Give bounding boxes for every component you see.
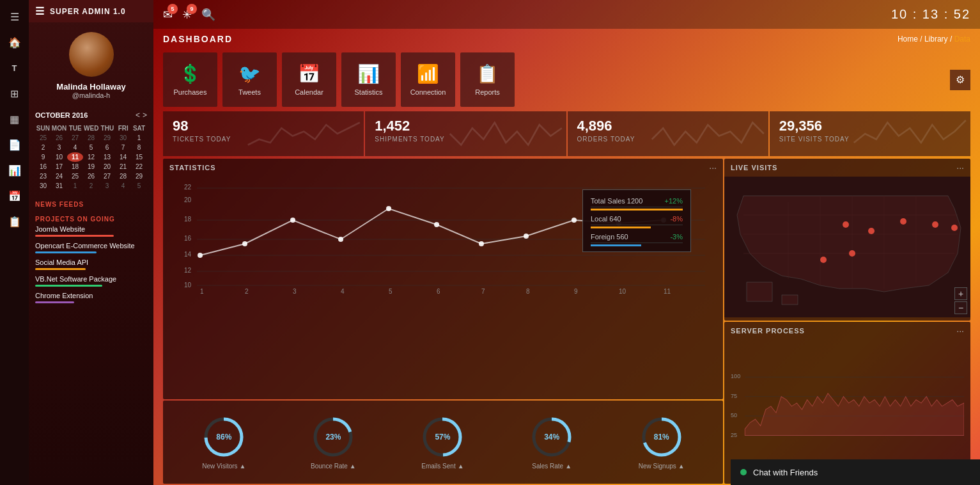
statistics-menu-icon[interactable]: ··· xyxy=(709,163,717,173)
project-name-vbnet[interactable]: VB.Net Software Package xyxy=(35,275,147,283)
settings-button[interactable]: ⚙ xyxy=(950,70,970,90)
nav-tile-calendar[interactable]: 📅 Calendar xyxy=(282,52,336,107)
cal-day[interactable]: 2 xyxy=(35,143,51,152)
cal-day[interactable]: 18 xyxy=(67,162,83,171)
cal-day[interactable]: 28 xyxy=(115,171,131,181)
live-visits-menu-icon[interactable]: ··· xyxy=(956,163,964,173)
cal-day[interactable]: 7 xyxy=(115,143,131,152)
cal-day[interactable]: 31 xyxy=(51,181,67,191)
cal-day[interactable]: 5 xyxy=(83,143,99,152)
cal-day[interactable]: 28 xyxy=(83,133,99,143)
svg-point-29 xyxy=(434,222,439,227)
project-name-chrome[interactable]: Chrome Extension xyxy=(35,292,147,299)
cal-day-today[interactable]: 11 xyxy=(67,152,83,162)
topbar-left: ✉ 5 ✳ 9 🔍 xyxy=(163,8,215,22)
server-chart-svg: 100 75 50 25 xyxy=(731,343,964,476)
cal-day[interactable]: 27 xyxy=(99,171,115,181)
map-zoom-out[interactable]: − xyxy=(954,301,967,314)
doc-icon[interactable]: 📄 xyxy=(3,133,26,156)
project-item: VB.Net Software Package xyxy=(35,275,147,287)
cal-day[interactable]: 23 xyxy=(35,171,51,181)
tooltip-bar-foreign xyxy=(591,244,641,246)
breadcrumb-library[interactable]: Library xyxy=(924,35,948,44)
cal-day[interactable]: 29 xyxy=(99,133,115,143)
project-bar-social xyxy=(35,268,86,270)
email-wrapper[interactable]: ✉ 5 xyxy=(163,8,173,22)
project-item: Opencart E-Commerce Website xyxy=(35,242,147,253)
project-name-opencart[interactable]: Opencart E-Commerce Website xyxy=(35,242,147,250)
quick-nav: 💲 Purchases 🐦 Tweets 📅 Calendar 📊 Statis… xyxy=(153,49,980,110)
cal-day[interactable]: 8 xyxy=(131,143,147,152)
cal-day[interactable]: 4 xyxy=(115,181,131,191)
cal-day[interactable]: 10 xyxy=(51,152,67,162)
project-name-social[interactable]: Social Media API xyxy=(35,258,147,266)
cal-day[interactable]: 24 xyxy=(51,171,67,181)
nav-tile-reports[interactable]: 📋 Reports xyxy=(460,52,515,107)
cal-next-btn[interactable]: > xyxy=(143,111,147,120)
cal-day[interactable]: 17 xyxy=(51,162,67,171)
cal-day[interactable]: 19 xyxy=(83,162,99,171)
grid-icon[interactable]: ⊞ xyxy=(3,82,26,105)
cal-day[interactable]: 26 xyxy=(51,133,67,143)
cal-day[interactable]: 9 xyxy=(35,152,51,162)
notif-wrapper[interactable]: ✳ 9 xyxy=(182,8,192,22)
map-zoom-in[interactable]: + xyxy=(954,287,967,300)
reports-label: Reports xyxy=(475,88,500,96)
gauge-percent-sales-rate: 34% xyxy=(544,433,559,441)
nav-tile-tweets[interactable]: 🐦 Tweets xyxy=(222,52,277,107)
cal-day[interactable]: 21 xyxy=(115,162,131,171)
cal-day[interactable]: 16 xyxy=(35,162,51,171)
nav-tile-connection[interactable]: 📶 Connection xyxy=(401,52,455,107)
hamburger-icon[interactable]: ☰ xyxy=(3,5,26,28)
home-icon[interactable]: 🏠 xyxy=(3,31,26,54)
cal-day[interactable]: 1 xyxy=(67,181,83,191)
cal-day[interactable]: 30 xyxy=(35,181,51,191)
cal-icon[interactable]: 📅 xyxy=(3,184,26,207)
svg-point-24 xyxy=(198,253,203,258)
svg-text:4: 4 xyxy=(341,288,345,295)
svg-text:10: 10 xyxy=(184,282,192,289)
cal-day[interactable]: 22 xyxy=(131,162,147,171)
cal-day[interactable]: 6 xyxy=(99,143,115,152)
cal-day[interactable]: 13 xyxy=(99,152,115,162)
cal-day[interactable]: 4 xyxy=(67,143,83,152)
cal-day[interactable]: 27 xyxy=(67,133,83,143)
cal-day[interactable]: 1 xyxy=(131,133,147,143)
breadcrumb-home[interactable]: Home xyxy=(898,35,918,44)
purchases-icon: 💲 xyxy=(179,63,201,84)
svg-text:12: 12 xyxy=(184,267,192,274)
cal-day[interactable]: 12 xyxy=(83,152,99,162)
server-process-menu-icon[interactable]: ··· xyxy=(956,326,964,336)
svg-point-62 xyxy=(951,225,958,231)
cal-day[interactable]: 2 xyxy=(83,181,99,191)
cal-day[interactable]: 20 xyxy=(99,162,115,171)
cal-day[interactable]: 26 xyxy=(83,171,99,181)
cal-day[interactable]: 5 xyxy=(131,181,147,191)
cal-day[interactable]: 25 xyxy=(67,171,83,181)
modules-icon[interactable]: ▦ xyxy=(3,107,26,131)
cal-day[interactable]: 3 xyxy=(51,143,67,152)
purchases-label: Purchases xyxy=(174,88,207,96)
list-icon[interactable]: 📋 xyxy=(3,210,26,233)
search-wrapper[interactable]: 🔍 xyxy=(201,8,215,22)
cal-day[interactable]: 14 xyxy=(115,152,131,162)
cal-prev-btn[interactable]: < xyxy=(136,111,140,120)
icon-rail: ☰ 🏠 T ⊞ ▦ 📄 📊 📅 📋 xyxy=(0,0,29,485)
chart-icon[interactable]: 📊 xyxy=(3,159,26,182)
cal-day[interactable]: 3 xyxy=(99,181,115,191)
cal-day[interactable]: 30 xyxy=(115,133,131,143)
projects-list: Joomla Website Opencart E-Commerce Websi… xyxy=(29,225,153,308)
project-name-joomla[interactable]: Joomla Website xyxy=(35,225,147,233)
svg-text:3: 3 xyxy=(293,288,297,295)
svg-point-27 xyxy=(338,237,343,242)
text-icon[interactable]: T xyxy=(3,56,26,79)
profile-handle: @malinda-h xyxy=(72,91,110,99)
menu-toggle-icon[interactable]: ☰ xyxy=(35,5,45,17)
nav-tile-statistics[interactable]: 📊 Statistics xyxy=(341,52,396,107)
cal-day[interactable]: 15 xyxy=(131,152,147,162)
chat-bar[interactable]: Chat with Friends xyxy=(731,459,980,485)
nav-tile-purchases[interactable]: 💲 Purchases xyxy=(163,52,217,107)
cal-day[interactable]: 25 xyxy=(35,133,51,143)
svg-point-61 xyxy=(820,257,827,263)
cal-day[interactable]: 29 xyxy=(131,171,147,181)
